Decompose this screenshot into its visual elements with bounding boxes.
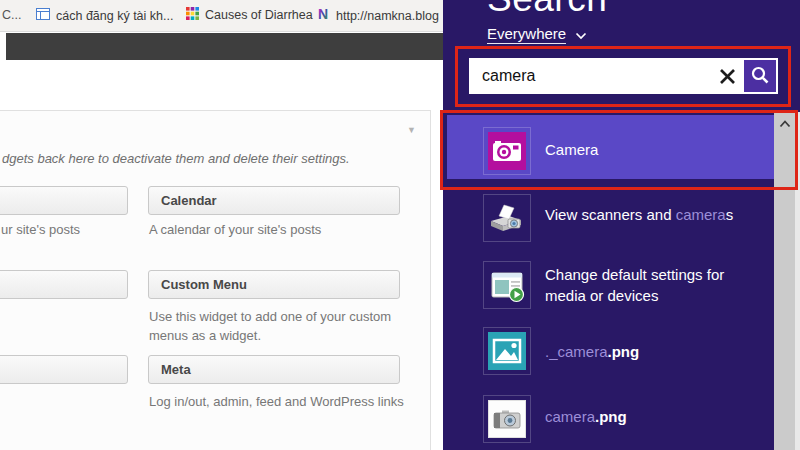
bookmark-item-causes-of-diarrhea[interactable]: Causes of Diarrhea — [186, 7, 313, 23]
widget-box-partial-1[interactable] — [0, 186, 128, 215]
widget-title: Meta — [161, 362, 191, 377]
widget-description-custom-menu: Use this widget to add one of your custo… — [149, 308, 411, 346]
chevron-down-icon — [575, 26, 587, 43]
result-label: camera.png — [545, 406, 627, 427]
bookmark-item-namkna-blog[interactable]: N http://namkna.blog — [316, 7, 439, 24]
scope-dropdown[interactable]: Everywhere — [487, 25, 587, 44]
browser-toolbar — [6, 33, 443, 60]
media-settings-icon — [488, 266, 526, 304]
result-label: Change default settings formedia or devi… — [545, 264, 724, 306]
window-icon — [36, 7, 50, 24]
widget-title: Calendar — [161, 193, 217, 208]
screenshot-root: C... cách đăng ký tài kh... Causes of Di… — [0, 0, 800, 450]
svg-text:N: N — [318, 7, 328, 21]
widget-description-partial: ur site's posts — [1, 221, 80, 240]
search-panel-title: Search — [487, 0, 607, 17]
bookmarks-bar: C... cách đăng ký tài kh... Causes of Di… — [0, 0, 443, 32]
annotation-box-search-field — [455, 46, 791, 107]
widget-box-meta[interactable]: Meta — [148, 355, 400, 384]
scope-label: Everywhere — [487, 25, 566, 44]
widget-box-calendar[interactable]: Calendar — [148, 186, 400, 215]
inactive-widgets-note: dgets back here to deactivate them and d… — [2, 151, 350, 166]
widget-description-calendar: A calendar of your site's posts — [149, 221, 321, 240]
collapse-arrow-icon[interactable]: ▼ — [407, 125, 416, 135]
widget-title: Custom Menu — [161, 277, 247, 292]
search-panel: Search Everywhere camera Camera View sca… — [443, 0, 800, 450]
bookmark-label: Causes of Diarrhea — [205, 8, 313, 22]
image-file-icon — [488, 332, 526, 370]
result-label: ._camera.png — [545, 341, 639, 362]
bookmark-label: http://namkna.blog — [336, 9, 439, 23]
widget-box-partial-3[interactable] — [0, 355, 128, 384]
photo-file-icon — [488, 400, 526, 438]
n-logo-icon: N — [316, 7, 330, 24]
widget-description-meta: Log in/out, admin, feed and WordPress li… — [149, 393, 411, 412]
annotation-box-camera-result — [440, 110, 798, 190]
bookmark-item-dang-ky[interactable]: cách đăng ký tài kh... — [36, 7, 173, 24]
widget-box-partial-2[interactable] — [0, 270, 128, 299]
scanner-camera-icon — [488, 199, 526, 237]
bookmark-label: cách đăng ký tài kh... — [56, 9, 173, 23]
result-label: View scanners and cameras — [545, 204, 733, 225]
bookmark-overflow-label[interactable]: C... — [2, 8, 21, 22]
widget-box-custom-menu[interactable]: Custom Menu — [148, 270, 400, 299]
grid-icon — [186, 7, 199, 23]
